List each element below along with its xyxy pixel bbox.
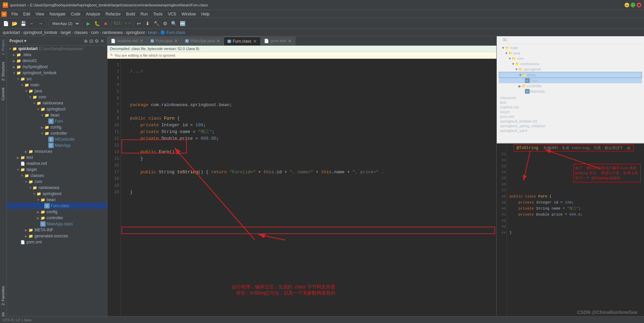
minimize-button[interactable]: – [625,3,629,7]
rtree-java[interactable]: ▼ 📁 java [499,50,642,56]
tree-item-bean[interactable]: ▼ 📁 bean [7,112,107,118]
window-controls[interactable]: – □ ✕ [625,3,641,7]
menu-help[interactable]: Help [199,11,212,17]
tree-item-springboot-target[interactable]: ▼ 📁 springboot [7,191,107,197]
tree-item-myspringboot[interactable]: ▶ 📁 mySpringBoot [7,64,107,70]
rtree-furn[interactable]: ▶ C Furn [499,78,642,83]
menu-view[interactable]: View [33,11,47,17]
tree-item-controller-target[interactable]: ▶ 📁 controller [7,215,107,221]
tab-close-mainapp-java[interactable]: ✕ [216,39,220,43]
rtree-bean-selected[interactable]: ▼ 📁 bean [499,72,642,78]
run-button[interactable]: ▶ [85,20,92,27]
tree-item-readme[interactable]: ▶ 📄 readme.md [7,160,107,167]
bc-quickstart[interactable]: quickstart [3,30,20,35]
rfile-resources[interactable]: resources [499,95,641,100]
tree-item-config-target[interactable]: ▶ 📁 config [7,209,107,215]
rtree-com[interactable]: ▼ 📁 com [499,56,642,61]
update-button[interactable]: ⬇ [144,20,151,27]
tree-item-quickstart[interactable]: ▼ 📁 quickstart E:\Java\SpringBoot\quicks… [7,46,107,52]
bc-springboot-lombok[interactable]: springboot_lombok [23,30,57,35]
tree-item-main[interactable]: ▼ 📁 main [7,82,107,88]
bc-rainbowsea[interactable]: rainbowsea [102,30,122,35]
rfile-springboot-yaml[interactable]: springboot_yaml [499,128,641,133]
tree-item-generated-sources[interactable]: ▶ 📁 generated-sources [7,233,107,239]
tab-close-readme[interactable]: ✕ [140,39,144,43]
sidebar-tab-commit[interactable]: Commit [0,84,6,104]
run-config-dropdown[interactable]: MainApp (2) [49,20,80,27]
rfile-springboot-spring-initializer[interactable]: springboot_spring_initializer [499,124,641,128]
save-button[interactable]: 💾 [19,20,27,27]
menu-analyze[interactable]: Analyze [83,11,103,17]
menu-file[interactable]: File [9,11,20,17]
tree-item-demo01[interactable]: ▶ 📁 demo01 [7,58,107,64]
bc-target[interactable]: target [61,30,71,35]
tree-item-mainapp-src[interactable]: ▶ C MainApp [7,142,107,148]
tab-close-pom-xml[interactable]: ✕ [288,39,292,43]
menu-code[interactable]: Code [68,11,83,17]
tab-pom-xml[interactable]: 📄 pom.xml ✕ [261,37,295,45]
tree-item-springboot-lombok[interactable]: ▼ 📁 springboot_lombok [7,70,107,76]
tree-item-resources[interactable]: ▶ 📁 resources [7,148,107,154]
tree-item-furn-java[interactable]: ▶ C Furn [7,118,107,124]
forward-button[interactable]: → [37,20,44,27]
sidebar-tab-favorites[interactable]: 2: Favorites [0,283,6,309]
tree-item-meta-inf[interactable]: ▶ 📁 META-INF [7,227,107,233]
tab-furn-java[interactable]: C Furn.java ✕ [147,37,182,45]
back-button[interactable]: ← [28,20,36,27]
menu-navigate[interactable]: Navigate [47,11,68,17]
tree-item-test[interactable]: ▶ 📁 test [7,154,107,160]
tree-item-springboot[interactable]: ▼ 📁 springboot [7,106,107,112]
tree-item-src[interactable]: ▼ 📁 src [7,76,107,82]
tree-item-rainbowsea-target[interactable]: ▼ 📁 rainbowsea [7,185,107,191]
new-file-button[interactable]: 📄 [2,20,9,27]
revert-button[interactable]: ↩ [135,20,143,27]
rfile-test[interactable]: test [499,100,641,105]
rtree-rainbowsea[interactable]: ▼ 📁 rainbowsea [499,61,642,66]
rfile-pom[interactable]: pom.xml [499,114,641,119]
sidebar-tab-project[interactable]: 1: Project [0,36,6,58]
rfile-target[interactable]: target [499,109,641,114]
debug-button[interactable]: 🐛 [93,20,101,27]
code-content[interactable]: /.../ package com.rainbowsea.springboot.… [121,59,496,323]
translate-button[interactable]: 🔤 [179,20,186,27]
rfile-readme[interactable]: readme.md [499,105,641,109]
search-button[interactable]: 🔍 [170,20,177,27]
tree-item-pom[interactable]: ▶ 📄 pom.xml [7,239,107,245]
tab-furn-class[interactable]: C Furn.class ✕ [224,37,261,45]
tree-item-com[interactable]: ▼ 📁 com [7,94,107,100]
tab-readme[interactable]: 📄 readme.md ✕ [107,37,147,45]
bc-classes[interactable]: classes [74,30,88,35]
menu-window[interactable]: Window [179,11,199,17]
menu-refactor[interactable]: Refactor [103,11,123,17]
close-button[interactable]: ✕ [637,3,641,7]
menu-edit[interactable]: Edit [20,11,33,17]
open-button[interactable]: 📂 [11,20,18,27]
tree-item-rainbowsea[interactable]: ▼ 📁 rainbowsea [7,100,107,106]
tab-close-furn-java[interactable]: ✕ [174,39,178,43]
settings-icon[interactable]: ⚙ [95,38,99,44]
tree-item-furn-class[interactable]: ▶ C Furn.class [7,203,107,209]
maximize-button[interactable]: □ [631,3,635,7]
sidebar-tab-structure[interactable]: 2: Structure [0,58,6,84]
code-editor[interactable]: 1 2 3 4 5 6 7 8 9 10 11 12 13 14 15 ● [107,59,496,323]
tree-item-java[interactable]: ▼ 📁 java [7,88,107,94]
tree-item-hicontroller[interactable]: ▶ C HiControlle [7,136,107,142]
menu-tools[interactable]: Tools [151,11,165,17]
menu-build[interactable]: Build [123,11,138,17]
bc-bean[interactable]: bean [148,30,157,35]
bc-furn-class[interactable]: 🔵 Furn.class [160,30,185,35]
tree-item-idea[interactable]: ▶ 📁 .idea [7,52,107,58]
settings-button[interactable]: ⚙ [161,20,169,27]
tree-item-mainapp-class[interactable]: ▶ C MainApp.class [7,221,107,227]
tree-item-bean-target[interactable]: ▼ 📁 bean [7,197,107,203]
tree-item-target[interactable]: ▼ 📁 target [7,167,107,173]
menu-vcs[interactable]: VCS [165,11,179,17]
rtree-mainapp[interactable]: ▶ C MainApp [499,89,642,94]
bc-com[interactable]: com [91,30,99,35]
stop-button[interactable]: ■ [102,20,109,27]
bc-springboot[interactable]: springboot [126,30,145,35]
tree-item-classes[interactable]: ▼ 📁 classes [7,173,107,179]
tree-item-controller[interactable]: ▼ 📁 controller [7,130,107,136]
tab-mainapp-java[interactable]: C MainApp.java ✕ [182,37,224,45]
close-panel-icon[interactable]: ✕ [100,38,104,44]
